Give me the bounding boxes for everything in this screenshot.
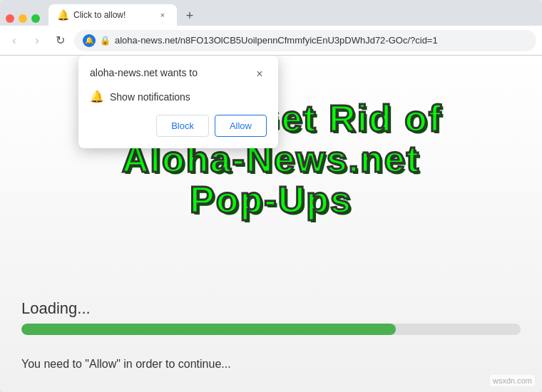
loading-section: Loading... [21, 299, 521, 335]
popup-site-name: aloha-news.net wants to [90, 67, 198, 78]
url-text: aloha-news.net/n8FO13OlCB5UoilpennCfmmfy… [115, 35, 528, 46]
minimize-window-button[interactable] [19, 14, 27, 23]
browser-tab[interactable]: 🔔 Click to allow! × [48, 4, 177, 26]
close-window-button[interactable] [6, 14, 14, 23]
loading-bar [21, 324, 396, 335]
browser-frame: 🔔 Click to allow! × + ‹ › ↻ 🔔 🔒 aloha-ne… [0, 0, 542, 392]
block-button[interactable]: Block [156, 115, 209, 137]
popup-bell-icon: 🔔 [90, 90, 104, 103]
address-input[interactable]: 🔔 🔒 aloha-news.net/n8FO13OlCB5UoilpennCf… [74, 30, 536, 51]
tab-bar: 🔔 Click to allow! × + [0, 0, 542, 26]
notification-permission-popup: aloha-news.net wants to × 🔔 Show notific… [78, 56, 278, 148]
allow-button[interactable]: Allow [215, 115, 267, 137]
refresh-button[interactable]: ↻ [51, 32, 68, 49]
forward-button[interactable]: › [29, 32, 46, 49]
tab-close-button[interactable]: × [157, 9, 168, 21]
traffic-lights [6, 14, 40, 26]
popup-close-button[interactable]: × [252, 67, 267, 81]
watermark: wsxdn.com [490, 375, 535, 386]
popup-permission-row: 🔔 Show notifications [90, 90, 267, 103]
bottom-instruction-text: You need to "Allow" in order to continue… [21, 358, 521, 371]
title-line3: Pop-Ups [100, 180, 443, 220]
popup-buttons: Block Allow [90, 115, 267, 137]
tab-title: Click to allow! [73, 10, 153, 20]
browser-content: How To Get Rid of Aloha-News.net Pop-Ups… [0, 56, 542, 392]
loading-bar-container [21, 324, 521, 335]
address-bar: ‹ › ↻ 🔔 🔒 aloha-news.net/n8FO13OlCB5Uoil… [0, 26, 542, 56]
maximize-window-button[interactable] [31, 14, 40, 23]
lock-icon: 🔒 [100, 36, 111, 46]
popup-permission-text: Show notifications [110, 91, 190, 103]
back-button[interactable]: ‹ [6, 32, 23, 49]
new-tab-button[interactable]: + [180, 6, 200, 26]
popup-header: aloha-news.net wants to × [90, 67, 267, 81]
loading-text: Loading... [21, 299, 521, 318]
notification-bell-icon: 🔔 [83, 34, 96, 47]
tab-favicon: 🔔 [57, 9, 69, 21]
